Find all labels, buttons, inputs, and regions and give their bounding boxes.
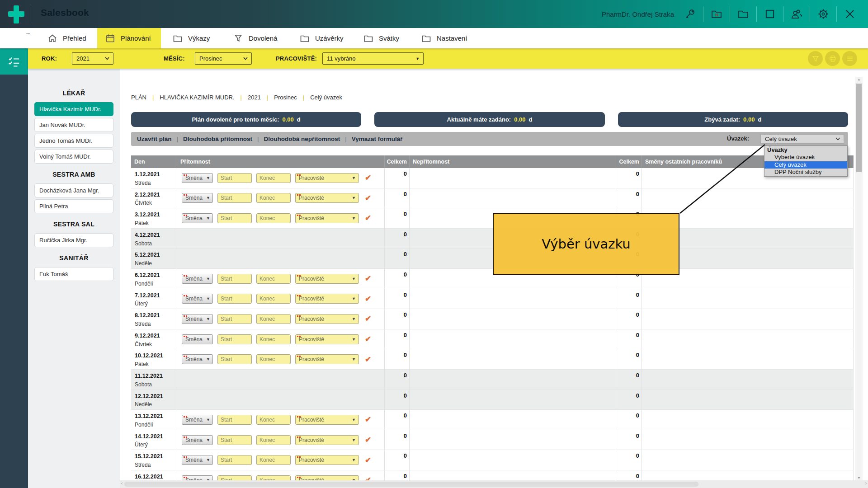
start-input[interactable] bbox=[217, 274, 252, 284]
pracoviste-row-select[interactable]: Pracoviště ▼ bbox=[295, 173, 359, 183]
tab-vykazy[interactable]: Výkazy bbox=[166, 28, 216, 48]
konec-input[interactable] bbox=[256, 455, 291, 465]
staff-item[interactable]: Hlavička Kazimír MUDr. bbox=[34, 102, 113, 116]
mesic-select[interactable]: Prosinec bbox=[195, 52, 252, 65]
dropdown-option[interactable]: Celý úvazek bbox=[764, 161, 847, 169]
confirm-check-icon[interactable]: ✔ bbox=[365, 193, 371, 203]
horizontal-scrollbar[interactable]: ‹ › bbox=[120, 480, 868, 488]
toolbar-button[interactable]: Dlouhodobá přítomnost bbox=[172, 136, 253, 142]
pracoviste-row-select[interactable]: Pracoviště ▼ bbox=[295, 455, 359, 465]
pracoviste-row-select[interactable]: Pracoviště ▼ bbox=[295, 415, 359, 425]
start-input[interactable] bbox=[217, 334, 252, 344]
tasklist-button[interactable] bbox=[0, 48, 28, 75]
confirm-check-icon[interactable]: ✔ bbox=[365, 314, 371, 324]
start-input[interactable] bbox=[217, 314, 252, 324]
konec-input[interactable] bbox=[256, 274, 291, 284]
smena-select[interactable]: Směna ▼ bbox=[182, 274, 213, 284]
start-input[interactable] bbox=[217, 193, 252, 203]
smena-select[interactable]: Směna ▼ bbox=[182, 455, 213, 465]
smena-select[interactable]: Směna ▼ bbox=[182, 213, 213, 223]
confirm-check-icon[interactable]: ✔ bbox=[365, 173, 371, 183]
start-input[interactable] bbox=[217, 455, 252, 465]
smena-select[interactable]: Směna ▼ bbox=[182, 193, 213, 203]
confirm-check-icon[interactable]: ✔ bbox=[365, 213, 371, 223]
smena-select[interactable]: Směna ▼ bbox=[182, 294, 213, 304]
pracoviste-row-select[interactable]: Pracoviště ▼ bbox=[295, 294, 359, 304]
confirm-check-icon[interactable]: ✔ bbox=[365, 415, 371, 424]
konec-input[interactable] bbox=[256, 213, 291, 223]
dropdown-option[interactable]: DPP Noční služby bbox=[764, 169, 847, 176]
pracoviste-row-select[interactable]: Pracoviště ▼ bbox=[295, 213, 359, 223]
maximize-icon[interactable] bbox=[764, 8, 776, 20]
smena-select[interactable]: Směna ▼ bbox=[182, 354, 213, 364]
konec-input[interactable] bbox=[256, 314, 291, 324]
smena-select[interactable]: Směna ▼ bbox=[182, 173, 213, 183]
confirm-check-icon[interactable]: ✔ bbox=[365, 455, 371, 465]
konec-input[interactable] bbox=[256, 354, 291, 364]
start-input[interactable] bbox=[217, 475, 252, 480]
close-icon[interactable] bbox=[844, 8, 856, 20]
konec-input[interactable] bbox=[256, 294, 291, 304]
staff-item[interactable]: Jedno Tomáš MUDr. bbox=[34, 134, 113, 148]
start-input[interactable] bbox=[217, 415, 252, 425]
scroll-left-icon[interactable]: ‹ bbox=[121, 481, 123, 486]
staff-item[interactable]: Fuk Tomáš bbox=[34, 267, 113, 281]
collapse-arrow-icon[interactable]: → bbox=[25, 29, 31, 36]
staff-item[interactable]: Ručička Jirka Mgr. bbox=[34, 233, 113, 247]
pracoviste-row-select[interactable]: Pracoviště ▼ bbox=[295, 314, 359, 324]
pracoviste-row-select[interactable]: Pracoviště ▼ bbox=[295, 354, 359, 364]
smena-select[interactable]: Směna ▼ bbox=[182, 314, 213, 324]
tab-uzaverky[interactable]: Uzávěrky bbox=[293, 28, 349, 48]
uvazek-select[interactable]: Celý úvazek bbox=[760, 134, 844, 144]
start-input[interactable] bbox=[217, 173, 252, 183]
filter-button[interactable] bbox=[808, 51, 823, 66]
konec-input[interactable] bbox=[256, 435, 291, 445]
pracoviste-row-select[interactable]: Pracoviště ▼ bbox=[295, 334, 359, 344]
staff-item[interactable]: Volný Tomáš MUDr. bbox=[34, 150, 113, 164]
rok-select[interactable]: 2021 bbox=[72, 52, 113, 65]
menu-button[interactable] bbox=[842, 51, 857, 66]
vertical-scroll-thumb[interactable] bbox=[856, 84, 862, 172]
konec-input[interactable] bbox=[256, 415, 291, 425]
vertical-scrollbar[interactable]: ▲ ▼ bbox=[855, 77, 863, 480]
start-input[interactable] bbox=[217, 435, 252, 445]
konec-input[interactable] bbox=[256, 193, 291, 203]
toolbar-button[interactable]: Uzavřít plán bbox=[137, 136, 172, 142]
staff-item[interactable]: Jan Novák MUDr. bbox=[34, 118, 113, 132]
start-input[interactable] bbox=[217, 294, 252, 304]
konec-input[interactable] bbox=[256, 173, 291, 183]
start-input[interactable] bbox=[217, 354, 252, 364]
tab-nastaveni[interactable]: Nastavení bbox=[415, 28, 473, 48]
pracoviste-select[interactable]: 11 vybráno ▼ bbox=[322, 52, 424, 65]
pracoviste-row-select[interactable]: Pracoviště ▼ bbox=[295, 193, 359, 203]
tab-dovolena[interactable]: Dovolená bbox=[227, 28, 283, 48]
smena-select[interactable]: Směna ▼ bbox=[182, 475, 213, 480]
scroll-down-icon[interactable]: ▼ bbox=[855, 476, 863, 479]
smena-select[interactable]: Směna ▼ bbox=[182, 435, 213, 445]
toolbar-button[interactable]: Dlouhodobá nepřítomnost bbox=[252, 136, 340, 142]
confirm-check-icon[interactable]: ✔ bbox=[365, 475, 371, 480]
folder-icon[interactable] bbox=[737, 8, 750, 20]
smena-select[interactable]: Směna ▼ bbox=[182, 334, 213, 344]
horizontal-scroll-thumb[interactable] bbox=[124, 482, 698, 487]
confirm-check-icon[interactable]: ✔ bbox=[365, 334, 371, 344]
tab-svatky[interactable]: Svátky bbox=[357, 28, 405, 48]
pracoviste-row-select[interactable]: Pracoviště ▼ bbox=[295, 435, 359, 445]
print-button[interactable] bbox=[825, 51, 840, 66]
folder-n-icon[interactable]: N bbox=[710, 8, 723, 20]
tab-prehled[interactable]: Přehled bbox=[41, 28, 92, 48]
konec-input[interactable] bbox=[256, 475, 291, 480]
gear-icon[interactable] bbox=[817, 8, 830, 20]
staff-item[interactable]: Docházková Jana Mgr. bbox=[34, 183, 113, 197]
tab-planovani[interactable]: Plánování bbox=[97, 28, 161, 48]
confirm-check-icon[interactable]: ✔ bbox=[365, 355, 371, 364]
dropdown-option[interactable]: Vyberte úvazek bbox=[764, 154, 847, 161]
staff-item[interactable]: Pilná Petra bbox=[34, 199, 113, 213]
pracoviste-row-select[interactable]: Pracoviště ▼ bbox=[295, 475, 359, 480]
scroll-right-icon[interactable]: › bbox=[865, 481, 867, 486]
confirm-check-icon[interactable]: ✔ bbox=[365, 294, 371, 304]
confirm-check-icon[interactable]: ✔ bbox=[365, 274, 371, 283]
start-input[interactable] bbox=[217, 213, 252, 223]
pracoviste-row-select[interactable]: Pracoviště ▼ bbox=[295, 274, 359, 284]
confirm-check-icon[interactable]: ✔ bbox=[365, 435, 371, 445]
